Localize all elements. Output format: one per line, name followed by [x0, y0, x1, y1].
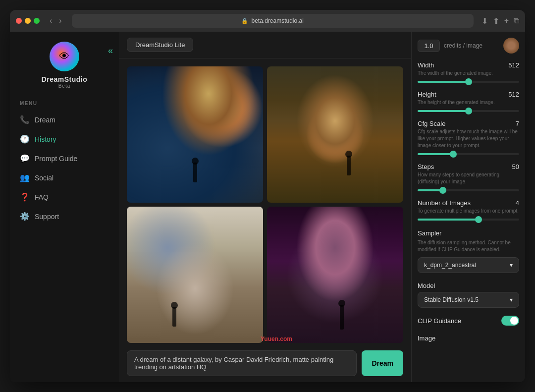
credits-input[interactable] [418, 40, 440, 52]
right-panel: credits / image Width 512 The width of t… [411, 32, 525, 382]
dream-icon: 📞 [20, 115, 29, 124]
num-images-fill [418, 219, 479, 221]
browser-nav: ‹ › [48, 15, 64, 26]
generated-image-3[interactable] [127, 207, 263, 343]
height-fill [418, 110, 469, 112]
num-images-desc: To generate multiple images from one pro… [418, 208, 519, 215]
height-label-row: Height 512 [418, 91, 519, 98]
sidebar-label-prompt-guide: Prompt Guide [35, 155, 77, 163]
sidebar-item-prompt-guide[interactable]: 💬 Prompt Guide [10, 149, 119, 168]
num-images-value: 4 [516, 199, 519, 207]
main-header: DreamStudio Lite [119, 32, 411, 58]
share-icon[interactable]: ⬆ [493, 16, 499, 26]
traffic-lights [16, 18, 40, 24]
num-images-label: Number of Images [418, 199, 471, 207]
prompt-input[interactable]: A dream of a distant galaxy, by Caspar D… [127, 350, 357, 376]
sidebar-item-dream[interactable]: 📞 Dream [10, 110, 119, 129]
width-slider[interactable] [418, 81, 519, 83]
width-thumb[interactable] [465, 78, 472, 85]
sidebar-item-support[interactable]: ⚙️ Support [10, 207, 119, 226]
add-tab-icon[interactable]: + [504, 16, 509, 25]
sampler-dropdown[interactable]: k_dpm_2_ancestral ▾ [418, 257, 519, 273]
steps-slider[interactable] [418, 189, 519, 191]
sidebar-item-social[interactable]: 👥 Social [10, 168, 119, 187]
sidebar-label-support: Support [35, 213, 59, 221]
collapse-button[interactable]: « [108, 46, 113, 56]
sidebar-label-faq: FAQ [35, 193, 49, 201]
eye-icon: 👁 [59, 50, 70, 63]
num-images-thumb[interactable] [475, 216, 482, 223]
clip-guidance-row: CLIP Guidance [418, 316, 519, 326]
steps-desc: How many steps to spend generating (diff… [418, 171, 519, 185]
credits-label: credits / image [444, 42, 482, 49]
address-bar[interactable]: 🔒 beta.dreamstudio.ai [72, 14, 474, 28]
tabs-icon[interactable]: ⧉ [514, 16, 519, 25]
logo-beta: Beta [58, 83, 71, 89]
generated-image-2[interactable] [267, 66, 403, 203]
support-icon: ⚙️ [20, 212, 29, 221]
cfg-value: 7 [516, 120, 519, 127]
sidebar-label-dream: Dream [35, 116, 55, 124]
steps-value: 50 [512, 163, 519, 170]
height-slider[interactable] [418, 110, 519, 112]
cfg-thumb[interactable] [450, 151, 457, 158]
forward-button[interactable]: › [57, 15, 63, 26]
toggle-thumb [510, 317, 518, 325]
width-fill [418, 81, 469, 83]
dream-button[interactable]: Dream [362, 350, 403, 376]
image-grid-container: ♻ ⬇ 📋 [119, 58, 411, 344]
main-area: DreamStudio Lite ♻ ⬇ 📋 [119, 32, 411, 382]
width-setting: Width 512 The width of the generated ima… [418, 61, 519, 83]
logo-name: DreamStudio [42, 75, 88, 83]
history-icon: 🕐 [20, 134, 29, 144]
steps-setting: Steps 50 How many steps to spend generat… [418, 163, 519, 191]
model-setting: Model Stable Diffusion v1.5 ▾ [418, 281, 519, 308]
image-grid [127, 66, 403, 343]
browser-titlebar: ‹ › 🔒 beta.dreamstudio.ai ⬇ ⬆ + ⧉ [10, 10, 525, 32]
maximize-button[interactable] [34, 18, 40, 24]
figure-1 [193, 163, 197, 182]
num-images-label-row: Number of Images 4 [418, 199, 519, 207]
width-label: Width [418, 61, 434, 69]
model-label: Model [418, 282, 435, 289]
menu-label: MENU [10, 101, 119, 110]
figure-3 [172, 307, 176, 327]
sidebar-item-faq[interactable]: ❓ FAQ [10, 187, 119, 207]
dreamstudio-tab[interactable]: DreamStudio Lite [127, 38, 193, 52]
num-images-slider[interactable] [418, 219, 519, 221]
steps-thumb[interactable] [439, 187, 446, 194]
clip-guidance-label: CLIP Guidance [418, 317, 461, 325]
steps-label-row: Steps 50 [418, 163, 519, 170]
num-images-setting: Number of Images 4 To generate multiple … [418, 199, 519, 221]
height-desc: The height of the generated image. [418, 99, 519, 106]
height-value: 512 [508, 91, 519, 98]
steps-fill [418, 189, 443, 191]
user-avatar[interactable] [503, 38, 519, 54]
sidebar-item-history[interactable]: 🕐 History [10, 129, 119, 149]
width-value: 512 [508, 61, 519, 69]
download-icon[interactable]: ⬇ [482, 16, 488, 26]
prompt-guide-icon: 💬 [20, 154, 29, 163]
sampler-setting: Sampler The diffusion sampling method. C… [418, 228, 519, 273]
faq-icon: ❓ [20, 192, 29, 202]
generated-image-1[interactable] [127, 66, 263, 203]
browser-window: ‹ › 🔒 beta.dreamstudio.ai ⬇ ⬆ + ⧉ 👁 Drea… [10, 10, 525, 382]
cfg-fill [418, 153, 453, 155]
model-selected: Stable Diffusion v1.5 [424, 296, 479, 303]
generated-image-4[interactable] [267, 207, 403, 343]
cfg-label-row: Cfg Scale 7 [418, 120, 519, 127]
back-button[interactable]: ‹ [48, 15, 54, 26]
cfg-desc: Cfg scale adjusts how much the image wil… [418, 128, 519, 149]
close-button[interactable] [16, 18, 22, 24]
model-dropdown[interactable]: Stable Diffusion v1.5 ▾ [418, 292, 519, 308]
prompt-bar: A dream of a distant galaxy, by Caspar D… [119, 344, 411, 382]
figure-4 [340, 305, 344, 330]
height-thumb[interactable] [465, 108, 472, 114]
minimize-button[interactable] [25, 18, 31, 24]
model-chevron-icon: ▾ [510, 296, 513, 303]
cfg-slider[interactable] [418, 153, 519, 155]
image-label: Image [418, 335, 435, 342]
logo-icon: 👁 [50, 42, 79, 71]
url-text: beta.dreamstudio.ai [251, 17, 303, 24]
clip-guidance-toggle[interactable] [501, 316, 519, 326]
